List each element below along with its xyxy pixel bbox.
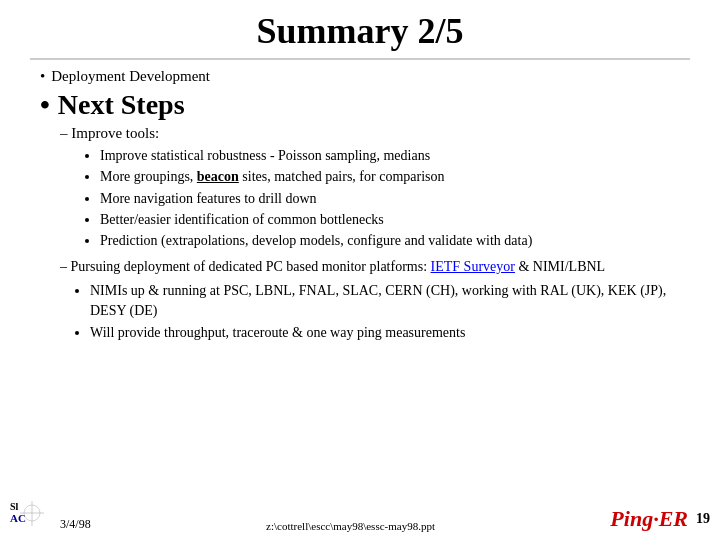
footer-left: Sl AC 3/4/98 <box>10 496 91 532</box>
list-item: More groupings, beacon sites, matched pa… <box>100 167 690 187</box>
footer: Sl AC 3/4/98 z:\cottrell\escc\may98\essc… <box>0 496 720 532</box>
beacon-text: beacon <box>197 169 239 184</box>
slac-logo: Sl AC <box>10 496 54 532</box>
footer-date: 3/4/98 <box>60 517 91 532</box>
pursuing-section: – Pursuing deployment of dedicated PC ba… <box>60 257 690 343</box>
list-item: More navigation features to drill down <box>100 189 690 209</box>
slide-title: Summary 2/5 <box>30 10 690 60</box>
improve-heading: – Improve tools: <box>60 125 690 142</box>
svg-text:AC: AC <box>10 512 26 524</box>
improve-tools-list: Improve statistical robustness - Poisson… <box>100 146 690 251</box>
footer-path: z:\cottrell\escc\may98\essc-may98.ppt <box>91 520 611 532</box>
list-item: Prediction (extrapolations, develop mode… <box>100 231 690 251</box>
pursuing-text: – Pursuing deployment of dedicated PC ba… <box>60 257 690 277</box>
ping-er-logo: Ping·ER <box>610 506 688 532</box>
svg-text:Sl: Sl <box>10 501 19 512</box>
list-item: Will provide throughput, traceroute & on… <box>90 323 690 343</box>
list-item: NIMIs up & running at PSC, LBNL, FNAL, S… <box>90 281 690 322</box>
slide: Summary 2/5 Deployment Development Next … <box>0 0 720 540</box>
page-number: 19 <box>696 511 710 527</box>
next-steps-heading: Next Steps <box>40 89 690 121</box>
ietf-link[interactable]: IETF Surveyor <box>431 259 515 274</box>
deployment-line: Deployment Development <box>40 68 690 85</box>
list-item: Improve statistical robustness - Poisson… <box>100 146 690 166</box>
list-item: Better/easier identification of common b… <box>100 210 690 230</box>
dash-char: – Improve tools: <box>60 125 159 142</box>
pursuing-bullets-list: NIMIs up & running at PSC, LBNL, FNAL, S… <box>90 281 690 344</box>
